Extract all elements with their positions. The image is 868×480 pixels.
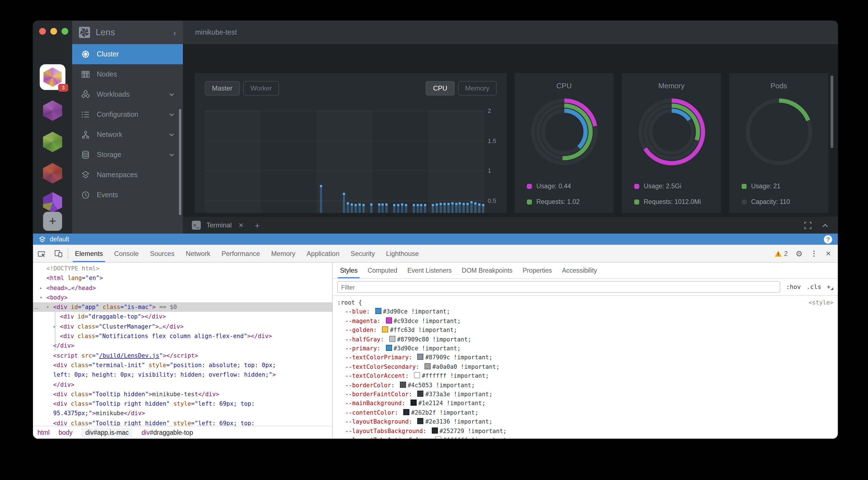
dom-node[interactable]: ▸<div class="ClusterManager">…</div> [33, 322, 332, 332]
terminal-collapse-icon[interactable] [822, 221, 829, 229]
dom-node[interactable]: 95.4375px;">minikube</div> [33, 409, 332, 418]
styles-tab-accessibility[interactable]: Accessibility [557, 263, 602, 278]
active-namespace[interactable]: default [50, 236, 69, 242]
help-icon[interactable]: ? [824, 235, 832, 243]
css-declaration[interactable]: --mainBackground: #1e2124 !important; [337, 399, 833, 408]
css-rules[interactable]: :root { <style> --blue: #3d90ce !importa… [333, 296, 838, 439]
breadcrumb-item[interactable]: div#app.is-mac [82, 428, 132, 437]
dom-node[interactable]: <script src="/build/LensDev.js"></script… [33, 351, 332, 361]
minimize-traffic-light[interactable] [50, 28, 57, 35]
sidebar-item-storage[interactable]: Storage [72, 145, 183, 165]
sidebar-item-network[interactable]: Network [72, 125, 183, 145]
sidebar-item-nodes[interactable]: Nodes [72, 64, 183, 84]
styles-tab-computed[interactable]: Computed [363, 263, 402, 278]
color-swatch[interactable] [417, 354, 424, 360]
color-swatch[interactable] [375, 308, 381, 314]
css-declaration[interactable]: --layoutTabsActiveColor: #ffffff !import… [337, 435, 833, 439]
devtools-tab-security[interactable]: Security [345, 245, 380, 262]
devtools-tab-network[interactable]: Network [180, 245, 216, 262]
color-swatch[interactable] [425, 363, 431, 369]
css-declaration[interactable]: --golden: #ffc63d !important; [337, 325, 833, 335]
dom-node[interactable]: <div class="terminal-init" style="positi… [33, 361, 332, 370]
zoom-traffic-light[interactable] [62, 28, 68, 35]
sidebar-item-workloads[interactable]: Workloads [72, 84, 183, 104]
master-toggle-button[interactable]: Master [205, 81, 240, 96]
chevron-down-icon[interactable] [168, 91, 175, 98]
styles-tab-properties[interactable]: Properties [518, 263, 557, 278]
devtools-tab-lighthouse[interactable]: Lighthouse [380, 245, 424, 262]
color-swatch[interactable] [385, 317, 392, 323]
devtools-tab-memory[interactable]: Memory [266, 245, 301, 262]
color-swatch[interactable] [382, 326, 388, 333]
css-declaration[interactable]: --borderFaintColor: #373a3e !important; [337, 389, 833, 399]
dom-node[interactable]: ▸<head>…</head> [33, 283, 332, 293]
expand-arrow-open-icon[interactable]: ▾ [40, 293, 42, 303]
color-swatch[interactable] [432, 427, 438, 433]
expand-arrow-open-icon[interactable]: ▾ [46, 302, 49, 312]
css-declaration[interactable]: --textColorAccent: #ffffff !important; [337, 371, 833, 381]
memory-toggle-button[interactable]: Memory [458, 81, 497, 96]
terminal-tab[interactable]: Terminal [206, 221, 232, 229]
dom-node[interactable]: </div> [33, 341, 332, 351]
add-cluster-button[interactable]: + [43, 212, 62, 231]
sidebar-collapse-icon[interactable]: ‹ [174, 28, 176, 37]
dom-tree[interactable]: <!DOCTYPE html><html lang="en">▸<head>…<… [33, 263, 332, 426]
terminal-close-icon[interactable]: ✕ [239, 221, 244, 229]
terminal-fullscreen-icon[interactable] [804, 221, 811, 229]
dom-node[interactable]: left: 0px; height: 0px; visibility: hidd… [33, 370, 332, 380]
breadcrumb-item[interactable]: body [58, 429, 72, 436]
dom-node[interactable]: <div class="Tooltip hidden">minikube-tes… [33, 389, 332, 399]
cluster-icon[interactable] [42, 100, 63, 121]
cluster-icon-active[interactable]: 3 [40, 64, 65, 90]
dom-node[interactable]: <div class="Notifications flex column al… [33, 331, 332, 341]
cluster-icon[interactable] [42, 131, 63, 152]
terminal-add-icon[interactable]: + [255, 220, 260, 230]
css-declaration[interactable]: --textColorSecondary: #a0a0a0 !important… [337, 362, 833, 371]
css-declaration[interactable]: --textColorPrimary: #87909c !important; [337, 353, 833, 362]
styles-filter-input[interactable] [337, 281, 780, 293]
css-declaration[interactable]: --blue: #3d90ce !important; [337, 307, 833, 316]
dom-node[interactable]: <!DOCTYPE html> [33, 264, 332, 274]
cpu-toggle-button[interactable]: CPU [426, 81, 455, 96]
devtools-tab-elements[interactable]: Elements [69, 245, 108, 262]
css-declaration[interactable]: --contentColor: #262b2f !important; [337, 408, 833, 417]
devtools-tab-sources[interactable]: Sources [144, 245, 180, 262]
inspect-element-icon[interactable] [33, 245, 50, 262]
chevron-down-icon[interactable] [168, 151, 175, 158]
color-swatch[interactable] [400, 381, 406, 387]
kebab-menu-icon[interactable]: ⋮ [810, 249, 818, 258]
css-declaration[interactable]: --halfGray: #87909c80 !important; [337, 335, 833, 344]
expand-arrow-closed-icon[interactable]: ▸ [53, 322, 56, 332]
sidebar-item-events[interactable]: Events [72, 185, 183, 205]
sidebar-item-namespaces[interactable]: Namespaces [72, 165, 183, 185]
devtools-tab-performance[interactable]: Performance [216, 245, 266, 262]
console-warnings-badge[interactable]: 2 [775, 250, 788, 257]
styles-tab-event-listeners[interactable]: Event Listeners [402, 263, 457, 278]
dom-node[interactable]: ▾<body> [33, 293, 332, 303]
sidebar-item-cluster[interactable]: Cluster [72, 44, 183, 64]
breadcrumb-item[interactable]: div#draggable-top [142, 429, 193, 436]
new-style-rule-button[interactable]: + [827, 283, 833, 290]
dom-node[interactable]: <html lang="en"> [33, 274, 332, 283]
color-swatch[interactable] [410, 400, 417, 406]
color-swatch[interactable] [417, 390, 424, 397]
dashboard-scrollbar[interactable] [831, 75, 833, 148]
worker-toggle-button[interactable]: Worker [243, 81, 279, 96]
gear-icon[interactable]: ⚙ [796, 249, 803, 258]
css-declaration[interactable]: --layoutTabsBackground: #252729 !importa… [337, 426, 833, 435]
color-swatch[interactable] [435, 437, 441, 439]
devtools-close-icon[interactable]: ✕ [826, 249, 831, 257]
toggle-class-button[interactable]: .cls [806, 283, 821, 290]
close-traffic-light[interactable] [39, 28, 46, 35]
chevron-down-icon[interactable] [168, 111, 175, 118]
devtools-tab-application[interactable]: Application [301, 245, 345, 262]
chevron-down-icon[interactable] [168, 131, 175, 138]
styles-tab-dom-breakpoints[interactable]: DOM Breakpoints [457, 263, 518, 278]
dom-node[interactable]: <div class="Tooltip right hidden" style=… [33, 418, 332, 426]
color-swatch[interactable] [389, 336, 395, 342]
sidebar-scrollbar[interactable] [179, 109, 181, 215]
styles-tab-styles[interactable]: Styles [335, 263, 363, 278]
dom-node-selected[interactable]: …▾<div id="app" class="is-mac"> == $0 [33, 302, 332, 312]
cluster-icon[interactable] [42, 192, 63, 213]
toggle-pseudo-button[interactable]: :hov [786, 283, 801, 290]
